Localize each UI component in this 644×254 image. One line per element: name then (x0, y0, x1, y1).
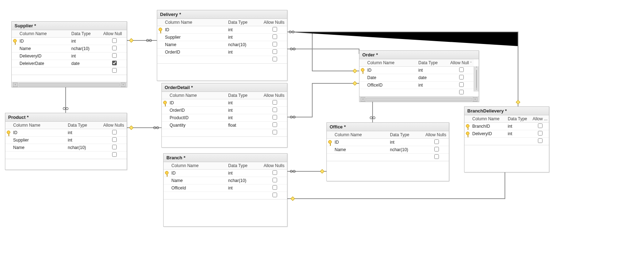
allow-nulls-cell (262, 49, 287, 56)
empty-row[interactable] (5, 151, 127, 159)
column-row[interactable]: IDint (12, 38, 127, 45)
allow-nulls-cell (531, 123, 549, 130)
scroll-left-icon[interactable]: ‹ (13, 83, 18, 87)
column-row[interactable]: IDint (164, 170, 287, 177)
allow-nulls-checkbox[interactable] (538, 138, 543, 143)
allow-nulls-checkbox[interactable] (538, 131, 543, 136)
table-orderdetail[interactable]: OrderDetail * Column Name Data Type Allo… (161, 83, 287, 148)
column-row[interactable]: OrderIDint (162, 107, 287, 114)
column-type: int (66, 129, 102, 137)
empty-row[interactable] (464, 138, 549, 145)
column-row[interactable]: IDint (5, 129, 127, 137)
allow-nulls-checkbox[interactable] (273, 115, 277, 120)
allow-nulls-checkbox[interactable] (434, 139, 439, 144)
allow-nulls-cell (449, 82, 474, 89)
column-row[interactable]: Datedate (359, 74, 474, 82)
allow-nulls-checkbox[interactable] (273, 27, 277, 32)
column-row[interactable]: IDint (162, 99, 287, 107)
table-title[interactable]: Order * (359, 51, 479, 59)
allow-nulls-checkbox[interactable] (434, 147, 439, 151)
allow-nulls-checkbox[interactable] (112, 68, 117, 73)
horizontal-scrollbar[interactable]: ‹ › (359, 96, 479, 101)
column-row[interactable]: DelieveryIDint (12, 53, 127, 60)
allow-nulls-checkbox[interactable] (273, 170, 277, 175)
column-row[interactable]: OfficeIDint (359, 82, 474, 89)
allow-nulls-checkbox[interactable] (459, 82, 464, 87)
scroll-left-icon[interactable]: ‹ (360, 97, 365, 101)
column-name: Supplier (164, 34, 227, 41)
empty-row[interactable] (359, 89, 474, 96)
table-product[interactable]: Product * Column Name Data Type Allow Nu… (5, 113, 127, 170)
column-row[interactable]: BranchIDint (464, 123, 549, 130)
empty-row[interactable] (164, 192, 287, 199)
table-office[interactable]: Office * Column Name Data Type Allow Nul… (326, 122, 449, 181)
table-title[interactable]: Branch * (164, 154, 287, 162)
column-row[interactable]: Namenchar(10) (327, 146, 449, 154)
allow-nulls-checkbox[interactable] (273, 185, 277, 190)
column-row[interactable]: Namenchar(10) (164, 177, 287, 184)
column-row[interactable]: Namenchar(10) (5, 144, 127, 151)
allow-nulls-checkbox[interactable] (459, 75, 464, 79)
column-row[interactable]: DeleiverDatedate (12, 60, 127, 67)
table-branch[interactable]: Branch * Column Name Data Type Allow Nul… (163, 153, 287, 227)
allow-nulls-checkbox[interactable] (112, 137, 117, 142)
allow-nulls-checkbox[interactable] (273, 178, 277, 182)
primary-key-cell (12, 60, 18, 67)
scroll-right-icon[interactable]: › (473, 97, 478, 101)
allow-nulls-checkbox[interactable] (273, 107, 277, 112)
table-title[interactable]: Product * (5, 113, 127, 122)
empty-row[interactable] (12, 67, 127, 75)
table-title[interactable]: Delivery * (157, 10, 287, 19)
allow-nulls-checkbox[interactable] (459, 90, 464, 94)
column-row[interactable]: IDint (327, 139, 449, 146)
column-row[interactable]: Namenchar(10) (157, 41, 287, 49)
column-row[interactable]: OfficeIdint (164, 184, 287, 192)
allow-nulls-checkbox[interactable] (434, 154, 439, 159)
column-row[interactable]: DeliveryIDint (464, 130, 549, 138)
table-branchdelivery[interactable]: BranchDelievery * Column Name Data Type … (464, 106, 549, 172)
table-title[interactable]: Supplier * (12, 22, 127, 30)
allow-nulls-checkbox[interactable] (538, 123, 543, 128)
column-row[interactable]: Quantityfloat (162, 122, 287, 129)
allow-nulls-checkbox[interactable] (273, 42, 277, 46)
allow-nulls-checkbox[interactable] (273, 100, 277, 105)
table-title[interactable]: OrderDetail * (162, 83, 287, 92)
allow-nulls-checkbox[interactable] (112, 145, 117, 149)
allow-nulls-checkbox[interactable] (273, 49, 277, 54)
vertical-scrollbar[interactable]: ˄˅ (474, 66, 479, 92)
column-row[interactable]: IDint (157, 26, 287, 34)
scroll-right-icon[interactable]: › (121, 83, 126, 87)
column-row[interactable]: ProductIDint (162, 114, 287, 122)
allow-nulls-checkbox[interactable] (273, 34, 277, 39)
column-type: int (389, 139, 424, 146)
table-title[interactable]: Office * (327, 123, 449, 131)
empty-row[interactable] (162, 129, 287, 137)
allow-nulls-checkbox[interactable] (273, 57, 277, 61)
allow-nulls-checkbox[interactable] (273, 193, 277, 197)
allow-nulls-checkbox[interactable] (112, 38, 117, 43)
empty-row[interactable] (327, 154, 449, 161)
column-row[interactable]: OrderIDint (157, 49, 287, 56)
allow-nulls-checkbox[interactable] (273, 130, 277, 134)
allow-nulls-checkbox[interactable] (459, 67, 464, 72)
table-title[interactable]: BranchDelievery * (464, 107, 549, 115)
allow-nulls-checkbox[interactable] (112, 130, 117, 134)
column-row[interactable]: Supplierint (157, 34, 287, 41)
horizontal-scrollbar[interactable]: ‹ › (12, 82, 127, 87)
column-row[interactable]: IDint (359, 67, 474, 74)
allow-nulls-checkbox[interactable] (112, 46, 117, 50)
table-delivery[interactable]: Delivery * Column Name Data Type Allow N… (157, 10, 287, 81)
allow-nulls-cell (102, 129, 127, 137)
primary-key-cell (164, 170, 170, 177)
allow-nulls-checkbox[interactable] (112, 53, 117, 58)
allow-nulls-checkbox[interactable] (112, 152, 117, 157)
empty-row[interactable] (157, 56, 287, 64)
table-order[interactable]: Order * Column Name Data Type Allow Null… (359, 50, 479, 102)
column-name: OrderID (164, 49, 227, 56)
table-supplier[interactable]: Supplier * Column Name Data Type Allow N… (11, 21, 127, 87)
allow-nulls-checkbox[interactable] (112, 61, 117, 65)
allow-nulls-checkbox[interactable] (273, 122, 277, 127)
key-icon (361, 68, 364, 72)
column-row[interactable]: Namenchar(10) (12, 45, 127, 53)
column-row[interactable]: Supplierint (5, 137, 127, 144)
